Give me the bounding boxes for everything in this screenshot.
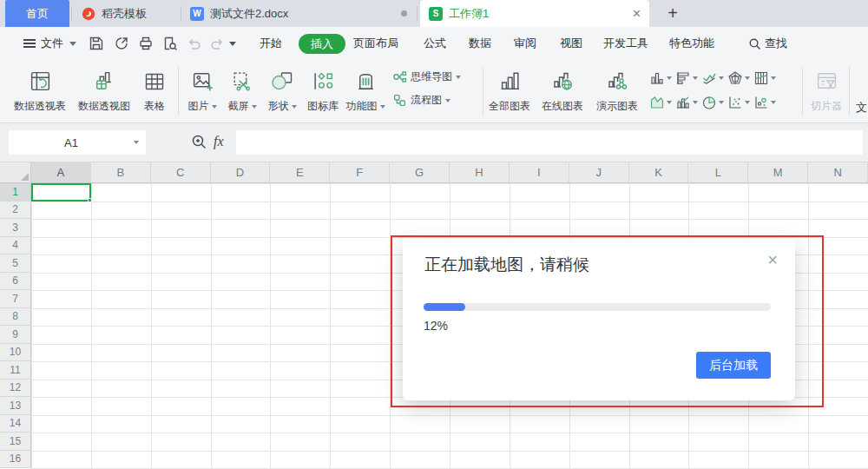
- select-all-corner[interactable]: [0, 162, 31, 183]
- stock-chart-button[interactable]: [753, 70, 776, 86]
- row-header[interactable]: 15: [0, 433, 31, 451]
- pivot-chart-button[interactable]: 数据透视图: [71, 66, 137, 114]
- tab-home[interactable]: 首页: [5, 0, 69, 27]
- scatter-chart-button[interactable]: [727, 95, 750, 110]
- print-button[interactable]: [136, 35, 155, 52]
- bar-chart-button[interactable]: [675, 70, 698, 86]
- file-menu-chevron-icon[interactable]: [69, 42, 76, 46]
- all-charts-label: 全部图表: [489, 99, 530, 114]
- column-header[interactable]: F: [330, 162, 390, 183]
- column-header[interactable]: L: [688, 162, 748, 183]
- menu-insert-active[interactable]: 插入: [299, 34, 345, 54]
- zoom-formula-icon[interactable]: [191, 134, 207, 150]
- icon-library-button[interactable]: 图标库: [302, 66, 344, 114]
- menu-review[interactable]: 审阅: [514, 27, 536, 60]
- shapes-label: 形状: [268, 99, 289, 114]
- bubble-chart-button[interactable]: [753, 95, 776, 110]
- column-header[interactable]: G: [390, 162, 450, 183]
- dropdown-caret-icon: [693, 76, 698, 80]
- row-header[interactable]: 6: [0, 273, 31, 291]
- all-charts-icon: [498, 69, 522, 93]
- column-header[interactable]: H: [450, 162, 510, 183]
- file-menu[interactable]: 文件: [41, 27, 63, 60]
- area-chart-button[interactable]: [649, 95, 672, 110]
- column-header[interactable]: M: [748, 162, 808, 183]
- tab-docer-templates[interactable]: 稻壳模板: [73, 0, 181, 27]
- pivot-table-button[interactable]: 数据透视表: [7, 66, 73, 114]
- menu-start[interactable]: 开始: [260, 27, 282, 60]
- column-header[interactable]: B: [91, 162, 151, 183]
- row-header[interactable]: 3: [0, 219, 31, 237]
- row-header[interactable]: 5: [0, 254, 31, 273]
- dropdown-caret-icon: [445, 99, 450, 102]
- dropdown-caret-icon: [212, 105, 217, 109]
- column-header[interactable]: N: [808, 162, 868, 183]
- row-header[interactable]: 14: [0, 415, 31, 433]
- dialog-close-button[interactable]: ×: [767, 251, 778, 268]
- slicer-button-disabled[interactable]: 切片器: [806, 66, 847, 114]
- fill-handle[interactable]: [88, 198, 92, 202]
- menu-dev-tools[interactable]: 开发工具: [603, 27, 648, 60]
- pivot-table-label: 数据透视表: [14, 99, 66, 114]
- all-charts-button[interactable]: 全部图表: [486, 66, 533, 114]
- picture-button[interactable]: 图片: [182, 66, 222, 114]
- selected-cell-a1[interactable]: [31, 183, 91, 201]
- radar-chart-button[interactable]: [727, 70, 750, 86]
- menu-page-layout[interactable]: 页面布局: [353, 27, 398, 60]
- menu-special-features[interactable]: 特色功能: [669, 27, 714, 60]
- row-header[interactable]: 10: [0, 344, 31, 362]
- column-header[interactable]: I: [510, 162, 569, 183]
- function-diagram-button[interactable]: 功能图: [344, 66, 387, 114]
- tab-workbook-active[interactable]: S 工作簿1 ×: [420, 0, 649, 27]
- online-charts-button[interactable]: 在线图表: [539, 66, 586, 114]
- print-preview-button[interactable]: [161, 35, 180, 52]
- row-header[interactable]: 12: [0, 380, 31, 398]
- pie-chart-button[interactable]: [701, 95, 724, 110]
- dropdown-caret-icon: [667, 101, 672, 104]
- menu-formulas[interactable]: 公式: [424, 27, 446, 60]
- name-box[interactable]: A1: [9, 130, 146, 155]
- column-header[interactable]: E: [270, 162, 330, 183]
- hamburger-menu-icon[interactable]: [23, 39, 36, 48]
- combo-chart-button[interactable]: [675, 95, 698, 110]
- docer-icon: [82, 7, 95, 21]
- row-header[interactable]: 4: [0, 237, 31, 255]
- row-header[interactable]: 9: [0, 326, 31, 344]
- shapes-button[interactable]: 形状: [262, 66, 302, 114]
- export-button[interactable]: [112, 35, 131, 52]
- row-header[interactable]: 8: [0, 308, 31, 327]
- undo-button[interactable]: [185, 35, 204, 52]
- row-header[interactable]: 11: [0, 361, 31, 380]
- menu-data[interactable]: 数据: [469, 27, 491, 60]
- row-header[interactable]: 13: [0, 397, 31, 415]
- row-header[interactable]: 2: [0, 201, 31, 220]
- redo-button[interactable]: [207, 35, 227, 52]
- table-button[interactable]: 表格: [135, 66, 174, 114]
- find-button[interactable]: 查找: [748, 27, 787, 60]
- row-header-1[interactable]: 1: [0, 183, 31, 201]
- column-chart-button[interactable]: [649, 70, 672, 86]
- qat-customize-chevron-icon[interactable]: [229, 42, 236, 46]
- column-header-a[interactable]: A: [31, 162, 91, 183]
- column-header[interactable]: K: [629, 162, 689, 183]
- tab-close-button[interactable]: ×: [633, 7, 641, 21]
- formula-input[interactable]: [236, 130, 863, 155]
- line-chart-button[interactable]: [701, 70, 724, 86]
- name-box-caret-icon[interactable]: [134, 141, 139, 144]
- insert-function-fx[interactable]: fx: [214, 134, 224, 149]
- save-button[interactable]: [87, 35, 106, 52]
- new-tab-button[interactable]: +: [658, 0, 687, 27]
- background-load-button[interactable]: 后台加载: [696, 352, 771, 379]
- tab-document-docx[interactable]: W 测试文件2.docx: [181, 0, 416, 27]
- row-header[interactable]: 16: [0, 451, 31, 469]
- column-header[interactable]: D: [211, 162, 271, 183]
- flowchart-button[interactable]: 流程图: [392, 93, 450, 108]
- line-chart-icon: [701, 70, 717, 86]
- column-header[interactable]: C: [151, 162, 211, 183]
- screenshot-button[interactable]: 截屏: [222, 66, 262, 114]
- demo-charts-button[interactable]: 演示图表: [594, 66, 641, 114]
- mind-map-button[interactable]: 思维导图: [392, 69, 461, 84]
- row-header[interactable]: 7: [0, 290, 31, 308]
- menu-view[interactable]: 视图: [560, 27, 582, 60]
- column-header[interactable]: J: [569, 162, 629, 183]
